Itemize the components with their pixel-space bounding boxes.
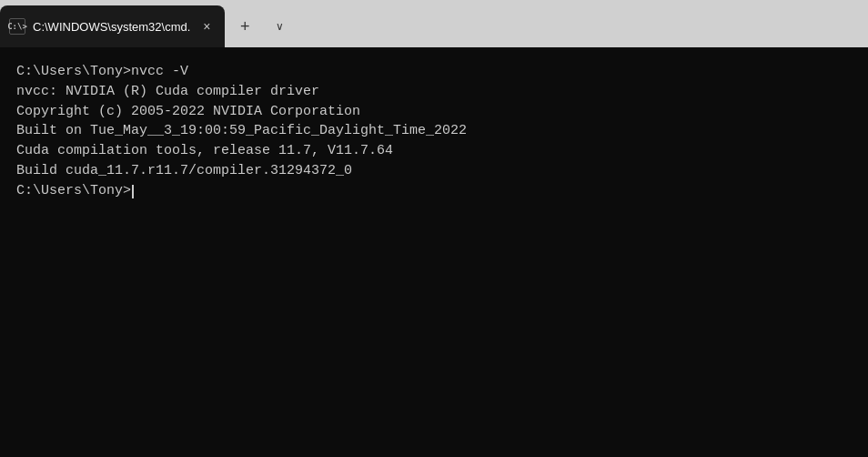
terminal-line-8: C:\Users\Tony> bbox=[16, 181, 852, 201]
window-container: C:\> C:\WINDOWS\system32\cmd. × + ∨ C:\U… bbox=[0, 0, 868, 457]
new-tab-button[interactable]: + bbox=[228, 5, 261, 47]
terminal-line-3: Copyright (c) 2005-2022 NVIDIA Corporati… bbox=[16, 102, 852, 122]
terminal-line-1: C:\Users\Tony>nvcc -V bbox=[16, 62, 852, 82]
terminal-line-6: Build cuda_11.7.r11.7/compiler.31294372_… bbox=[16, 161, 852, 181]
tab-bar: C:\> C:\WINDOWS\system32\cmd. × + ∨ bbox=[0, 0, 868, 47]
tab-title: C:\WINDOWS\system32\cmd. bbox=[33, 20, 190, 34]
tab-close-button[interactable]: × bbox=[197, 17, 216, 36]
terminal-line-5: Cuda compilation tools, release 11.7, V1… bbox=[16, 141, 852, 161]
terminal-line-2: nvcc: NVIDIA (R) Cuda compiler driver bbox=[16, 82, 852, 102]
terminal-output[interactable]: C:\Users\Tony>nvcc -V nvcc: NVIDIA (R) C… bbox=[0, 47, 868, 457]
terminal-line-4: Built on Tue_May__3_19:00:59_Pacific_Day… bbox=[16, 121, 852, 141]
active-tab[interactable]: C:\> C:\WINDOWS\system32\cmd. × bbox=[0, 5, 225, 47]
cmd-icon: C:\> bbox=[9, 18, 25, 35]
tab-dropdown-button[interactable]: ∨ bbox=[263, 5, 296, 47]
cursor bbox=[132, 185, 134, 198]
